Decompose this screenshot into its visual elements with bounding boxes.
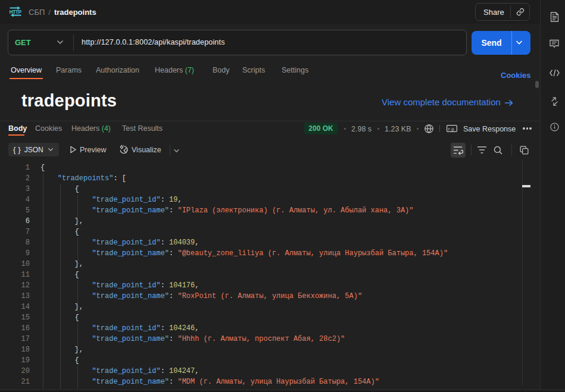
svg-text:HTTP: HTTP: [10, 9, 21, 15]
svg-text:e.g.: e.g.: [448, 126, 455, 131]
